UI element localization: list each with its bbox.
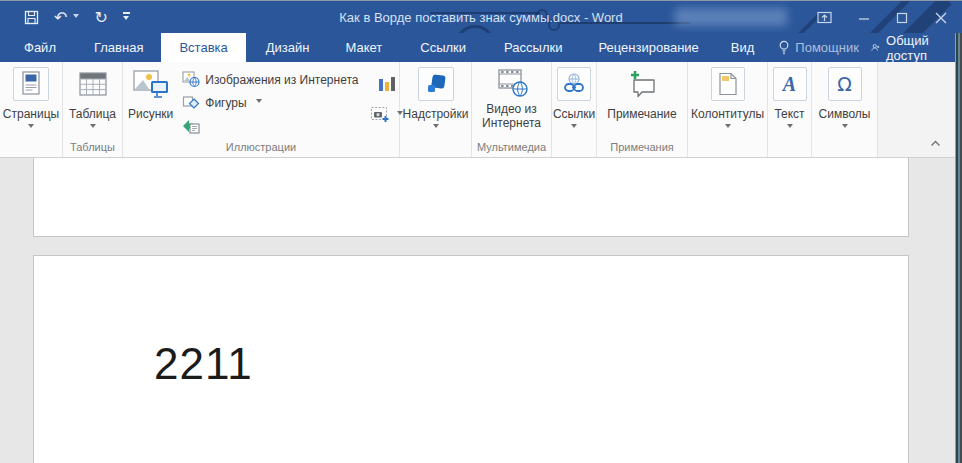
screenshot-icon xyxy=(370,106,390,124)
group-tables: Таблица Таблицы xyxy=(63,62,123,157)
maximize-button[interactable] xyxy=(894,10,910,26)
online-video-label-line2: Интернета xyxy=(482,117,541,130)
group-label-comments: Примечания xyxy=(597,140,687,157)
assistant-button[interactable]: Помощник xyxy=(766,33,871,62)
online-video-button[interactable]: Видео из Интернета xyxy=(481,65,542,130)
online-pictures-label: Изображения из Интернета xyxy=(205,73,358,87)
window-controls xyxy=(815,1,950,33)
header-footer-label: Колонтитулы xyxy=(691,108,764,121)
ribbon-tab-bar: Файл Главная Вставка Дизайн Макет Ссылки… xyxy=(0,33,962,62)
chevron-down-icon xyxy=(433,124,439,131)
pages-icon xyxy=(20,71,42,97)
chevron-down-icon xyxy=(842,124,848,131)
minimize-button[interactable] xyxy=(856,11,872,25)
online-pictures-button[interactable]: Изображения из Интернета xyxy=(178,68,362,91)
tab-insert[interactable]: Вставка xyxy=(161,33,245,62)
illustrations-column: Изображения из Интернета Фигуры xyxy=(174,65,364,137)
pictures-button[interactable]: Рисунки xyxy=(127,65,174,121)
chart-icon xyxy=(377,73,397,93)
chevron-up-icon xyxy=(930,140,941,147)
group-symbols: Ω Символы xyxy=(812,62,878,157)
document-page-2[interactable]: 2211 xyxy=(33,255,909,463)
links-button[interactable]: Ссылки xyxy=(552,65,596,131)
links-label: Ссылки xyxy=(553,108,595,121)
share-label: Общий доступ xyxy=(886,33,936,62)
minimize-icon xyxy=(858,13,870,23)
links-icon xyxy=(562,72,586,96)
smartart-icon xyxy=(182,118,200,134)
ribbon-display-options-button[interactable] xyxy=(815,9,834,26)
omega-icon: Ω xyxy=(837,75,852,94)
header-footer-icon xyxy=(718,72,738,96)
chevron-down-icon xyxy=(725,124,731,131)
addins-button[interactable]: Надстройки xyxy=(402,65,470,131)
symbols-button[interactable]: Ω Символы xyxy=(818,65,872,131)
tab-home[interactable]: Главная xyxy=(82,33,155,62)
text-label: Текст xyxy=(774,108,804,121)
new-comment-button[interactable]: Примечание xyxy=(606,65,677,121)
online-video-label-line1: Видео из xyxy=(486,103,537,116)
shapes-button[interactable]: Фигуры xyxy=(178,91,362,114)
close-button[interactable] xyxy=(932,9,950,27)
group-label-tables: Таблицы xyxy=(63,140,122,157)
new-comment-label: Примечание xyxy=(607,108,676,121)
group-text: A Текст xyxy=(768,62,812,157)
table-button[interactable]: Таблица xyxy=(68,65,117,131)
pictures-label: Рисунки xyxy=(128,108,173,121)
group-links: Ссылки xyxy=(552,62,597,157)
shapes-icon xyxy=(182,95,200,111)
tab-references[interactable]: Ссылки xyxy=(408,33,478,62)
chevron-down-icon xyxy=(256,99,262,106)
document-canvas: 2211 xyxy=(0,158,955,463)
online-pictures-icon xyxy=(182,71,200,88)
assistant-label: Помощник xyxy=(795,33,859,62)
ribbon-display-options-icon xyxy=(817,11,832,24)
symbols-label: Символы xyxy=(819,108,871,121)
group-media: Видео из Интернета Мультимедиа xyxy=(472,62,552,157)
ribbon-insert: Страницы Таблица xyxy=(0,62,955,158)
tab-file[interactable]: Файл xyxy=(12,33,68,62)
group-comments: Примечание Примечания xyxy=(597,62,688,157)
chevron-down-icon xyxy=(571,124,577,131)
ribbon-tail xyxy=(878,62,955,157)
lightbulb-icon xyxy=(778,40,790,55)
group-label xyxy=(400,140,471,157)
text-button[interactable]: A Текст xyxy=(772,65,808,131)
group-label xyxy=(812,140,877,157)
table-icon xyxy=(78,70,108,98)
addins-label: Надстройки xyxy=(403,108,469,121)
collapse-ribbon-button[interactable] xyxy=(928,133,943,152)
pages-button[interactable]: Страницы xyxy=(2,65,60,131)
window-right-edge xyxy=(955,33,962,463)
group-label xyxy=(688,140,767,157)
text-a-icon: A xyxy=(783,74,796,94)
close-icon xyxy=(934,11,948,25)
group-label-media: Мультимедиа xyxy=(472,140,551,157)
document-text[interactable]: 2211 xyxy=(154,339,253,389)
online-video-icon xyxy=(495,68,529,98)
pictures-icon xyxy=(132,69,170,99)
chevron-down-icon xyxy=(90,124,96,131)
tab-design[interactable]: Дизайн xyxy=(254,33,322,62)
document-page-1[interactable] xyxy=(33,158,909,237)
tab-layout[interactable]: Макет xyxy=(333,33,394,62)
smartart-button[interactable] xyxy=(178,114,362,137)
group-header-footer: Колонтитулы xyxy=(688,62,768,157)
tab-review[interactable]: Рецензирование xyxy=(586,33,710,62)
tab-view[interactable]: Вид xyxy=(719,33,767,62)
group-label xyxy=(768,140,811,157)
group-label xyxy=(552,140,596,157)
pages-label: Страницы xyxy=(3,108,59,121)
table-label: Таблица xyxy=(69,108,116,121)
group-addins: Надстройки xyxy=(400,62,472,157)
new-comment-icon xyxy=(626,69,658,99)
share-person-icon xyxy=(871,40,880,55)
tab-mailings[interactable]: Рассылки xyxy=(492,33,574,62)
blurred-region xyxy=(675,8,787,26)
chart-button[interactable] xyxy=(373,71,401,95)
share-button[interactable]: Общий доступ xyxy=(871,33,936,62)
group-pages: Страницы xyxy=(0,62,63,157)
header-footer-button[interactable]: Колонтитулы xyxy=(690,65,765,131)
chevron-down-icon xyxy=(28,124,34,131)
titlebar: ↶ ↻ Как в Ворде поставить знак суммы.doc… xyxy=(0,0,962,33)
